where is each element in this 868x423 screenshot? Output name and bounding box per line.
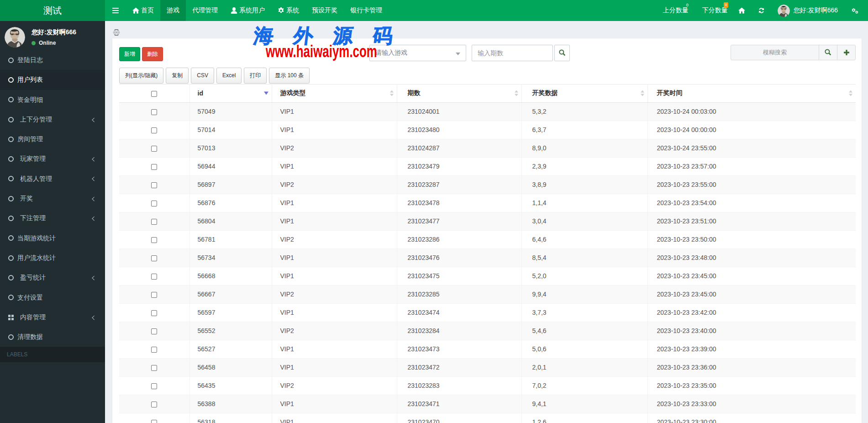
user-greeting: 您好:发财啊666: [794, 6, 838, 15]
row-checkbox-cell: [119, 212, 189, 230]
nav-item-1[interactable]: 首页: [126, 0, 160, 21]
fuzzy-search-input[interactable]: [731, 45, 819, 60]
row-checkbox[interactable]: [151, 402, 157, 407]
cell-numbers: 5,4,6: [521, 322, 647, 340]
search-icon: [825, 49, 831, 56]
select-all-header: [119, 84, 189, 102]
nav-item-5[interactable]: 系统: [271, 0, 305, 21]
add-condition-button[interactable]: [837, 45, 855, 60]
sidebar-item-15[interactable]: 清理数据: [0, 327, 105, 347]
nav-item-6[interactable]: 预设开奖: [305, 0, 344, 21]
column-header-game[interactable]: 游戏类型: [272, 84, 397, 102]
row-checkbox[interactable]: [151, 127, 157, 133]
game-select[interactable]: 请输入游戏: [369, 45, 466, 61]
row-checkbox[interactable]: [151, 328, 157, 334]
column-header-time[interactable]: 开奖时间: [647, 84, 856, 102]
page-length-button[interactable]: 显示 100 条: [269, 68, 310, 84]
box-body: 新增 删除 请输入游戏: [112, 38, 862, 423]
sidebar-item-3[interactable]: 资金明细: [0, 90, 105, 110]
column-header-id[interactable]: id: [189, 84, 272, 102]
brand-logo[interactable]: 测试: [0, 0, 105, 21]
row-checkbox[interactable]: [151, 219, 157, 225]
sidebar-item-4[interactable]: 上下分管理: [0, 110, 105, 129]
row-checkbox[interactable]: [151, 347, 157, 353]
row-checkbox[interactable]: [151, 146, 157, 152]
print-button[interactable]: 打印: [244, 68, 267, 84]
table-row: 56897VIP22310232873,8,92023-10-23 23:55:…: [119, 175, 856, 194]
up-score-menu[interactable]: 上分数量 0: [657, 0, 696, 21]
select-all-checkbox[interactable]: [151, 91, 157, 97]
sidebar-item-13[interactable]: 支付设置: [0, 288, 105, 307]
row-checkbox[interactable]: [151, 365, 157, 371]
column-header-issue[interactable]: 期数: [397, 84, 521, 102]
row-checkbox-cell: [119, 358, 189, 376]
nav-item-2[interactable]: 游戏: [160, 0, 186, 21]
row-checkbox[interactable]: [151, 182, 157, 188]
home-shortcut-button[interactable]: [732, 0, 752, 21]
row-checkbox-cell: [119, 413, 189, 423]
row-checkbox[interactable]: [151, 420, 157, 423]
delete-button[interactable]: 删除: [142, 47, 163, 61]
table-row: 57049VIP12310240015,3,22023-10-24 00:03:…: [119, 102, 856, 121]
csv-button[interactable]: CSV: [191, 68, 214, 84]
sidebar-item-14[interactable]: 内容管理: [0, 307, 105, 327]
fuzzy-search-button[interactable]: [819, 45, 837, 60]
sidebar-item-label: 上下分管理: [20, 115, 52, 124]
cell-numbers: 3,8,9: [521, 175, 647, 194]
issue-number-input[interactable]: [472, 45, 553, 61]
issue-search-button[interactable]: [554, 45, 570, 61]
row-checkbox[interactable]: [151, 274, 157, 280]
sidebar-toggle-button[interactable]: [105, 0, 126, 21]
row-checkbox[interactable]: [151, 237, 157, 243]
circle-icon: [8, 77, 14, 83]
nav-item-7[interactable]: 银行卡管理: [344, 0, 389, 21]
cell-time: 2023-10-23 23:57:00: [647, 157, 856, 175]
columns-visibility-button[interactable]: 列(显示/隐藏): [119, 68, 163, 84]
row-checkbox-cell: [119, 102, 189, 121]
sidebar-item-6[interactable]: 玩家管理: [0, 149, 105, 169]
cell-numbers: 7,0,2: [521, 376, 647, 395]
row-checkbox[interactable]: [151, 310, 157, 316]
excel-button[interactable]: Excel: [216, 68, 242, 84]
sidebar-item-11[interactable]: 用户流水统计: [0, 248, 105, 268]
sidebar-item-5[interactable]: 房间管理: [0, 129, 105, 149]
user-avatar-small: [778, 5, 790, 17]
cell-time: 2023-10-24 00:00:00: [647, 121, 856, 139]
sidebar-item-12[interactable]: 盈亏统计: [0, 268, 105, 287]
cell-id: 57013: [189, 139, 272, 157]
cell-game: VIP2: [272, 376, 397, 395]
row-checkbox[interactable]: [151, 292, 157, 298]
column-label: 游戏类型: [280, 89, 306, 96]
cell-game: VIP2: [272, 322, 397, 340]
sidebar-item-10[interactable]: 当期游戏统计: [0, 228, 105, 248]
copy-button[interactable]: 复制: [166, 68, 189, 84]
column-header-numbers[interactable]: 开奖数据: [521, 84, 647, 102]
down-score-menu[interactable]: 下分数量 0: [696, 0, 732, 21]
table-row: 56318VIP12310234701,2,62023-10-23 23:30:…: [119, 413, 856, 423]
add-button[interactable]: 新增: [119, 47, 140, 61]
nav-item-3[interactable]: 代理管理: [186, 0, 224, 21]
nav-item-4[interactable]: 系统用户: [224, 0, 271, 21]
sidebar-item-7[interactable]: 机器人管理: [0, 169, 105, 189]
datatable-buttons: 列(显示/隐藏)复制CSVExcel打印显示 100 条: [119, 68, 855, 84]
sidebar-item-2[interactable]: 用户列表: [0, 70, 105, 90]
sidebar-item-9[interactable]: 下注管理: [0, 208, 105, 228]
row-checkbox[interactable]: [151, 383, 157, 389]
toolbar-primary: 新增 删除 请输入游戏: [119, 45, 855, 61]
row-checkbox[interactable]: [151, 164, 157, 170]
cell-numbers: 3,0,4: [521, 212, 647, 230]
cell-time: 2023-10-23 23:35:00: [647, 376, 856, 395]
table-row: 56435VIP22310232837,0,22023-10-23 23:35:…: [119, 376, 856, 395]
sidebar-item-1[interactable]: 登陆日志: [0, 50, 105, 70]
cell-id: 56527: [189, 340, 272, 358]
user-menu[interactable]: 您好:发财啊666: [771, 0, 842, 21]
cell-id: 56435: [189, 376, 272, 395]
user-status[interactable]: Online: [32, 40, 76, 46]
row-checkbox[interactable]: [151, 109, 157, 115]
cell-time: 2023-10-24 23:55:00: [647, 139, 856, 157]
row-checkbox[interactable]: [151, 201, 157, 206]
settings-menu-button[interactable]: [842, 0, 862, 21]
sidebar-item-8[interactable]: 开奖: [0, 189, 105, 208]
row-checkbox[interactable]: [151, 255, 157, 261]
refresh-button[interactable]: [752, 0, 771, 21]
